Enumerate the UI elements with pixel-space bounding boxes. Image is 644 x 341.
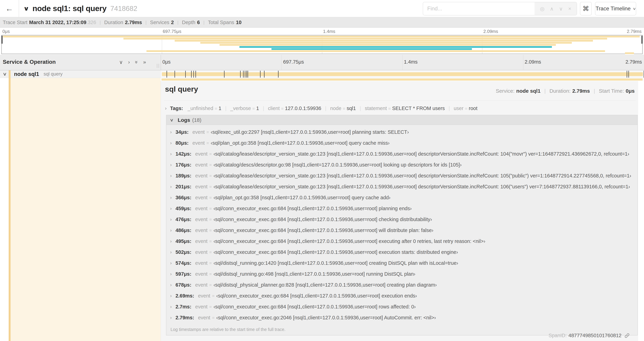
span-id-label: SpanID: — [548, 333, 567, 338]
tags-accordian[interactable]: › Tags: _unfinished=1|_verbose=1|client=… — [165, 103, 478, 113]
minimap-right-drag-handle[interactable] — [642, 36, 642, 44]
span-tree-row[interactable]: ∨ node sql1 sql query — [0, 70, 161, 78]
log-message: ‹sql/conn_executor_exec.go:684 [nsql1,cl… — [214, 206, 412, 211]
log-entry-row[interactable]: ›486μs:event=‹sql/conn_executor_exec.go:… — [166, 225, 638, 236]
tag-equals: = — [343, 106, 345, 111]
tag-value: 1 — [256, 106, 259, 111]
log-entry-row[interactable]: ›476μs:event=‹sql/conn_executor_exec.go:… — [166, 214, 638, 225]
minimap-tick-label: 0μs — [2, 29, 10, 34]
clear-search-icon[interactable]: × — [568, 6, 571, 12]
log-entry-row[interactable]: ›34μs:event=‹sql/exec_util.go:2297 [nsql… — [166, 127, 638, 138]
chevron-right-icon: › — [170, 162, 172, 168]
minimap-left-drag-handle[interactable] — [2, 36, 2, 44]
log-entry-row[interactable]: ›366μs:event=‹sql/plan_opt.go:358 [nsql1… — [166, 192, 638, 203]
log-marker-tick — [245, 71, 245, 78]
log-entry-row[interactable]: ›2.79ms:event=‹sql/conn_executor_exec.go… — [166, 312, 638, 323]
stat-label: Duration: — [550, 88, 570, 94]
back-button[interactable]: ← — [0, 0, 19, 17]
prev-match-icon[interactable]: ∧ — [550, 6, 554, 12]
log-field-key: event — [195, 249, 208, 255]
log-marker-tick — [243, 71, 244, 78]
minimap-span-bar — [220, 44, 556, 46]
log-marker-tick — [196, 71, 196, 78]
log-entry-row[interactable]: ›495μs:event=‹sql/conn_executor_exec.go:… — [166, 236, 638, 247]
log-entry-row[interactable]: ›2.69ms:event=‹sql/conn_executor_exec.go… — [166, 290, 638, 301]
log-equals: = — [212, 293, 215, 298]
detail-color-accent — [9, 78, 10, 341]
stat-label: Service: — [496, 88, 514, 94]
log-timestamp: 486μs: — [176, 227, 192, 233]
tag-value: 127.0.0.1:59936 — [285, 106, 321, 111]
span-service-name: node sql1 — [14, 71, 39, 77]
log-field-key: event — [195, 304, 208, 310]
view-type-dropdown[interactable]: Trace Timeline ∨ — [595, 2, 636, 16]
divider: | — [325, 106, 326, 111]
chevron-right-icon: › — [170, 140, 172, 146]
log-entry-row[interactable]: ›459μs:event=‹sql/conn_executor_exec.go:… — [166, 203, 638, 214]
logs-chevron-down-icon: ∨ — [170, 118, 174, 123]
log-entry-row[interactable]: ›189μs:event=‹sql/catalog/lease/descript… — [166, 170, 638, 181]
summary-value: March 31 2022, 17:25:09.326 — [29, 20, 96, 25]
log-entry-row[interactable]: ›2.7ms:event=‹sql/conn_executor_exec.go:… — [166, 301, 638, 312]
next-match-icon[interactable]: ∨ — [559, 6, 563, 12]
log-entry-row[interactable]: ›678μs:event=‹sql/distsql_physical_plann… — [166, 279, 638, 290]
log-field-key: event — [195, 260, 208, 266]
chevron-right-icon: › — [170, 217, 172, 222]
summary-label: Trace Start — [3, 20, 27, 25]
log-entry-row[interactable]: ›80μs:event=‹sql/plan_opt.go:358 [nsql1,… — [166, 138, 638, 149]
log-entry-row[interactable]: ›502μs:event=‹sql/conn_executor_exec.go:… — [166, 247, 638, 258]
minimap-span-bar — [146, 50, 605, 52]
match-highlight-icon[interactable]: ◎ — [540, 6, 544, 12]
find-input[interactable] — [423, 2, 534, 15]
log-field-key: event — [195, 282, 208, 288]
collapse-one-icon[interactable]: ∨ — [119, 59, 123, 65]
chevron-right-icon: › — [170, 271, 172, 277]
log-entry-row[interactable]: ›142μs:event=‹sql/catalog/lease/descript… — [166, 149, 638, 159]
log-equals: = — [209, 184, 212, 189]
log-field-key: event — [192, 129, 205, 135]
log-marker-tick — [248, 71, 248, 78]
logs-header[interactable]: ∨ Logs (18) — [166, 115, 638, 125]
span-duration-bar[interactable] — [162, 72, 643, 76]
keyboard-shortcuts-button[interactable]: ⌘ — [580, 2, 592, 16]
minimap-tick-labels: 0μs697.75μs1.4ms2.09ms2.79ms — [2, 28, 642, 35]
log-message: ‹sql/distsql_physical_planner.go:828 [ns… — [214, 282, 437, 288]
divider: | — [448, 106, 450, 111]
span-operation-name: sql query — [44, 71, 63, 77]
back-arrow-icon: ← — [5, 4, 13, 13]
chevron-right-icon: › — [170, 315, 172, 320]
log-entry-row[interactable]: ›597μs:event=‹sql/distsql_running.go:498… — [166, 269, 638, 279]
span-row: ∨ node sql1 sql query — [0, 70, 644, 78]
trace-collapse-icon[interactable]: ∨ — [23, 5, 30, 12]
log-entry-row[interactable]: ›176μs:event=‹sql/catalog/descs/descript… — [166, 159, 638, 170]
collapse-all-icon[interactable]: » — [134, 61, 140, 64]
ruler-tick-label: 0μs — [162, 59, 170, 65]
tag-equals: = — [215, 106, 217, 111]
log-timestamp: 495μs: — [176, 238, 192, 244]
divider: | — [100, 20, 101, 25]
span-detail-row: sql query Service:node sql1|Duration:2.7… — [0, 78, 644, 341]
expand-one-icon[interactable]: › — [128, 59, 130, 65]
find-controls: ◎ ∧ ∨ × — [534, 2, 577, 15]
timeline-minimap[interactable] — [2, 35, 642, 54]
divider: | — [225, 106, 226, 111]
summary-value-suffix: .326 — [86, 20, 96, 25]
trace-timeline-page: ← ∨ node sql1: sql query 7418682 ◎ ∧ ∨ ×… — [0, 0, 644, 341]
span-detail-panel: sql query Service:node sql1|Duration:2.7… — [161, 81, 638, 341]
minimap-span-bar — [200, 42, 572, 44]
log-timestamp: 142μs: — [176, 151, 192, 157]
log-equals: = — [209, 271, 212, 276]
span-collapse-icon[interactable]: ∨ — [2, 71, 7, 77]
stat-value: 2.79ms — [572, 88, 590, 94]
log-entry-row[interactable]: ›201μs:event=‹sql/catalog/lease/descript… — [166, 181, 638, 192]
column-resize-grip[interactable]: || — [156, 63, 160, 68]
log-message: ‹sql/plan_opt.go:358 [nsql1,client=127.0… — [211, 140, 390, 146]
log-entry-row[interactable]: ›574μs:event=‹sql/distsql_running.go:142… — [166, 258, 638, 269]
log-field-key: event — [195, 271, 208, 277]
log-timestamp: 2.79ms: — [176, 315, 194, 320]
expand-all-icon[interactable]: » — [143, 59, 146, 65]
deep-link-icon[interactable] — [624, 333, 630, 338]
span-bar-cell[interactable] — [161, 70, 644, 78]
log-equals: = — [209, 282, 212, 287]
log-timestamp: 502μs: — [176, 249, 192, 255]
